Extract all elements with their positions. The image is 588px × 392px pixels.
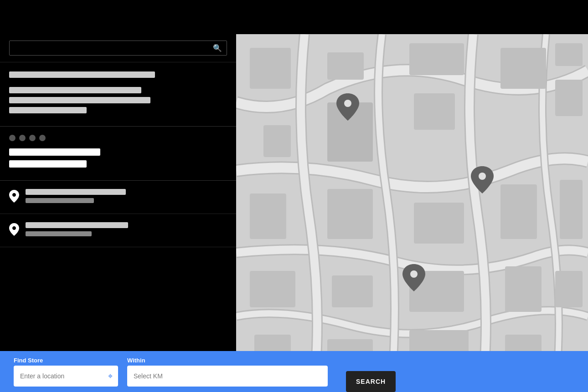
find-store-label: Find Store <box>14 357 118 364</box>
within-col: Within <box>127 357 337 387</box>
svg-rect-18 <box>505 266 542 312</box>
within-label: Within <box>127 357 337 364</box>
skeleton-bar-white <box>9 148 100 156</box>
pin-icon <box>9 190 19 205</box>
result-block-2 <box>0 127 236 181</box>
location-result-2[interactable] <box>0 214 236 247</box>
svg-rect-16 <box>332 275 373 307</box>
map-svg <box>236 34 588 392</box>
location-input[interactable] <box>14 366 118 387</box>
location-result-1[interactable] <box>0 181 236 214</box>
search-bar[interactable]: 🔍 <box>9 41 227 56</box>
km-input[interactable] <box>127 366 328 387</box>
skeleton-bar <box>9 87 141 93</box>
pin-icon <box>9 223 19 239</box>
location-text-1 <box>26 189 227 203</box>
find-store-label-col: Find Store ⌖ <box>14 357 118 387</box>
location-input-wrap: ⌖ <box>14 366 118 387</box>
svg-rect-5 <box>409 43 464 75</box>
find-store-bar: Find Store ⌖ Within SEARCH <box>0 351 588 392</box>
result-block-1 <box>0 62 236 127</box>
svg-rect-19 <box>555 271 583 307</box>
svg-rect-8 <box>555 43 583 66</box>
loc-title-bar <box>26 189 126 195</box>
left-panel: 🔍 <box>0 34 236 392</box>
svg-rect-3 <box>327 52 364 80</box>
svg-rect-12 <box>414 203 464 244</box>
loc-sub-bar <box>26 231 92 236</box>
svg-rect-6 <box>414 93 455 130</box>
map-area <box>236 34 588 392</box>
svg-rect-2 <box>263 125 291 157</box>
skeleton-bar <box>9 107 87 113</box>
svg-rect-11 <box>327 189 373 239</box>
dot <box>39 135 46 141</box>
svg-point-24 <box>344 100 351 107</box>
location-text-2 <box>26 222 227 236</box>
dot <box>29 135 36 141</box>
search-input[interactable] <box>14 45 213 52</box>
location-target-icon: ⌖ <box>108 371 113 381</box>
svg-point-25 <box>479 173 486 180</box>
svg-rect-10 <box>250 193 286 239</box>
top-header <box>0 0 588 34</box>
dot <box>9 135 15 141</box>
svg-rect-15 <box>250 271 295 307</box>
search-bar-container: 🔍 <box>0 34 236 62</box>
svg-rect-14 <box>560 180 583 239</box>
loc-title-bar <box>26 222 128 228</box>
svg-rect-7 <box>500 48 546 89</box>
skeleton-bar-white <box>9 160 87 168</box>
skeleton-bar <box>9 71 155 78</box>
svg-point-26 <box>410 270 418 278</box>
svg-rect-13 <box>500 184 537 239</box>
dot <box>19 135 26 141</box>
skeleton-bar <box>9 97 150 103</box>
svg-rect-9 <box>555 80 583 116</box>
search-button[interactable]: SEARCH <box>346 371 396 392</box>
svg-rect-1 <box>250 48 291 89</box>
dots-row <box>9 135 227 141</box>
loc-sub-bar <box>26 198 94 203</box>
search-icon: 🔍 <box>213 44 222 52</box>
within-input-wrap <box>127 366 328 387</box>
